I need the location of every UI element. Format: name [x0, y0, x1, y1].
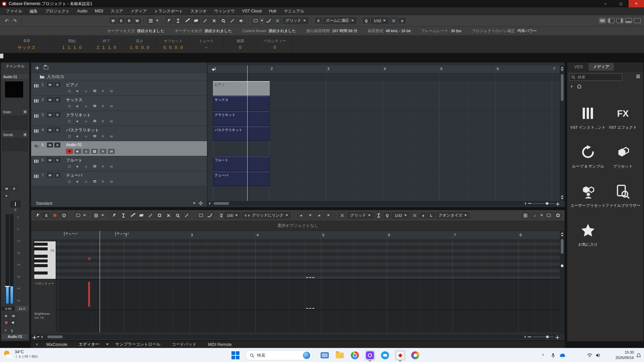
track-mute-button[interactable]: M: [47, 97, 53, 102]
write-button[interactable]: W: [108, 134, 115, 139]
timeline-ruler[interactable]: 1 2 3 4 5 6 7: [208, 65, 560, 73]
expand-editor-button[interactable]: [554, 212, 562, 219]
scroll-right-icon[interactable]: [525, 336, 526, 338]
quantize-q-badge[interactable]: Q: [384, 213, 390, 218]
black-key[interactable]: [34, 264, 48, 267]
velocity-lane[interactable]: [56, 279, 560, 309]
record-enable-button[interactable]: [66, 119, 73, 124]
track-row-bass-clarinet[interactable]: 4 MS バスクラリネット e R W: [31, 126, 207, 141]
scrollbar-thumb[interactable]: [561, 239, 564, 254]
track-picture[interactable]: [5, 81, 23, 98]
editor-horizontal-scrollbar[interactable]: [31, 335, 560, 339]
chevron-down-icon[interactable]: [540, 215, 543, 216]
track-row-flute[interactable]: 6 MS フルート e R W: [31, 156, 207, 171]
info-name[interactable]: 名前サックス: [0, 36, 54, 53]
play-tool[interactable]: [237, 17, 245, 24]
channel-solo-button[interactable]: S: [11, 186, 17, 191]
tab-editor[interactable]: エディター: [74, 342, 104, 347]
chevron-down-icon[interactable]: [83, 215, 86, 216]
add-send-icon[interactable]: [23, 132, 27, 137]
add-track-icon[interactable]: [35, 66, 39, 70]
black-key[interactable]: [34, 272, 48, 275]
zoom-slider[interactable]: [533, 337, 554, 337]
chevron-down-icon[interactable]: [101, 215, 104, 216]
scrollbar-thumb[interactable]: [214, 202, 229, 205]
window-layout-button-1[interactable]: [599, 18, 606, 23]
wifi-icon[interactable]: [586, 348, 594, 362]
erase-tool[interactable]: [138, 212, 145, 219]
range-selection-tool[interactable]: [174, 17, 182, 24]
read-button[interactable]: R: [100, 119, 106, 124]
black-key[interactable]: [34, 243, 48, 246]
fader-handle[interactable]: [5, 286, 10, 287]
insert-slot[interactable]: [2, 116, 28, 130]
edit-channel-button[interactable]: e: [83, 104, 90, 109]
instrument-button[interactable]: [91, 104, 98, 109]
window-layout-button-3[interactable]: [616, 18, 623, 23]
cubase-taskbar-icon[interactable]: [395, 350, 406, 361]
length-quantize-dropdown[interactable]: クオンタイズ: [436, 212, 470, 219]
monitor-circle-button[interactable]: [91, 149, 98, 154]
insert-velocity-value[interactable]: 100: [224, 212, 240, 219]
solo-editor-button[interactable]: S: [43, 213, 50, 218]
lane-audio01[interactable]: [208, 141, 560, 156]
midi-note[interactable]: [88, 257, 90, 260]
read-button[interactable]: R: [100, 134, 106, 139]
file-explorer-icon[interactable]: [334, 350, 345, 361]
read-button[interactable]: R: [100, 88, 106, 94]
quantize-panel-button[interactable]: e: [420, 213, 427, 218]
snap-toggle[interactable]: [274, 17, 281, 24]
zoom-in-icon[interactable]: [555, 336, 558, 339]
weather-widget[interactable]: 34°C くもり時々晴れ: [3, 350, 39, 359]
scroll-up-icon[interactable]: [561, 67, 564, 68]
info-velocity[interactable]: ベロシティー0: [258, 36, 292, 53]
back-icon[interactable]: [571, 85, 572, 88]
scroll-down-icon[interactable]: [561, 69, 564, 71]
edit-channel-button[interactable]: e: [83, 88, 90, 94]
move-bottom-button[interactable]: [324, 212, 332, 219]
media-search-input[interactable]: 検索: [569, 73, 622, 81]
quantize-panel-button[interactable]: e: [399, 18, 406, 23]
monitor-button[interactable]: [74, 179, 81, 184]
scroll-left-icon[interactable]: [41, 336, 43, 338]
send-slot[interactable]: [2, 138, 28, 151]
midi-clip-flute[interactable]: フルート: [213, 157, 270, 171]
locator-marker-icon[interactable]: [212, 69, 215, 71]
record-enable-button[interactable]: [66, 134, 73, 139]
glue-tool[interactable]: [156, 212, 163, 219]
automation-curve-button[interactable]: [265, 17, 272, 24]
track-preset-name[interactable]: Standard: [36, 201, 52, 206]
taskbar-search-input[interactable]: 検索: [246, 350, 313, 360]
snap-type-button[interactable]: [375, 212, 382, 219]
maximize-button[interactable]: □: [613, 0, 629, 7]
channel-track-name[interactable]: Audio 01: [2, 74, 29, 80]
menu-hub[interactable]: Hub: [265, 9, 280, 13]
zoom-mode-dropdown[interactable]: ズームに適応: [323, 17, 357, 24]
tile-user-presets[interactable]: ユーザープリセット: [571, 184, 605, 208]
snap-toggle[interactable]: [338, 212, 346, 219]
track-solo-button[interactable]: S: [54, 97, 60, 102]
menu-media[interactable]: メディア: [127, 8, 151, 14]
zoom-grip-icon[interactable]: [561, 264, 564, 267]
zoom-tool[interactable]: [174, 212, 181, 219]
write-button[interactable]: W: [108, 149, 115, 154]
track-solo-button[interactable]: S: [54, 127, 60, 132]
part-border-button[interactable]: [197, 212, 205, 219]
menu-edit[interactable]: 編集: [26, 8, 41, 14]
track-row-piano[interactable]: 1 MS ピアノ e R W: [31, 81, 207, 96]
zoom-track-in-icon[interactable]: [561, 195, 564, 197]
status-record-format[interactable]: 録音形式48 kHz - 16 bit: [363, 28, 416, 34]
split-tool[interactable]: [147, 212, 154, 219]
instrument-button[interactable]: [91, 88, 98, 94]
grid-type-dropdown[interactable]: グリッド: [283, 17, 309, 24]
editor-vertical-scrollbar[interactable]: [560, 231, 565, 334]
info-end[interactable]: 終了2. 1. 1. 0: [91, 36, 123, 53]
info-transpose[interactable]: 移調0: [223, 36, 258, 53]
editor-cursor[interactable]: [100, 231, 100, 332]
velocity-bar[interactable]: [88, 282, 90, 307]
move-down-button[interactable]: [306, 212, 314, 219]
scroll-right-icon[interactable]: [525, 202, 527, 205]
io-folder-track[interactable]: 入力/出力: [31, 73, 207, 81]
tab-mixconsole[interactable]: MixConsole: [42, 342, 72, 347]
instrument-button[interactable]: [91, 179, 98, 184]
